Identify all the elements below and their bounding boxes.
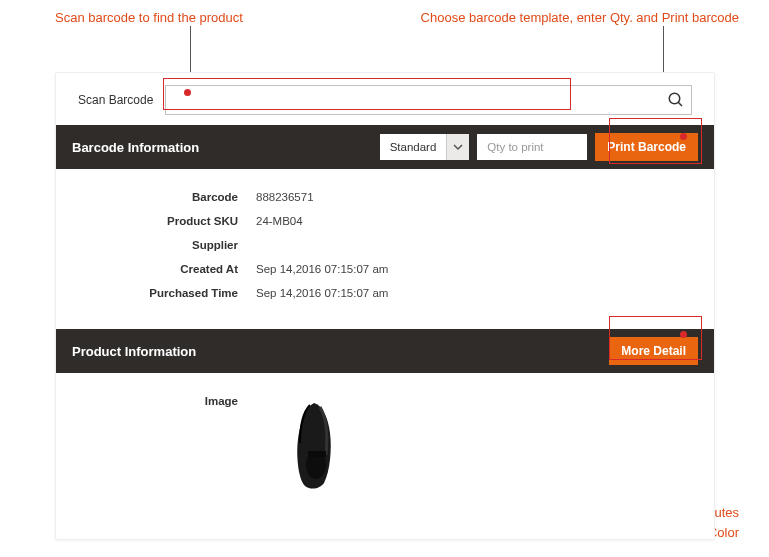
- product-info-header: Product Information More Detail: [56, 329, 714, 373]
- row-value: 888236571: [256, 191, 314, 203]
- product-info-title: Product Information: [72, 344, 196, 359]
- svg-rect-3: [308, 451, 326, 457]
- annotation-scan: Scan barcode to find the product: [55, 10, 243, 25]
- row-value: Sep 14,2016 07:15:07 am: [256, 263, 388, 275]
- pointer-line: [190, 26, 191, 78]
- chevron-down-icon[interactable]: [447, 134, 469, 160]
- template-select[interactable]: Standard: [380, 134, 470, 160]
- row-label: Created At: [56, 263, 256, 275]
- svg-point-0: [669, 93, 680, 104]
- row-value: 24-MB04: [256, 215, 303, 227]
- annotation-template: Choose barcode template, enter Qty. and …: [421, 10, 739, 25]
- row-label: Supplier: [56, 239, 256, 251]
- row-label: Image: [56, 395, 256, 407]
- row-value: [256, 395, 354, 497]
- row-label: Barcode: [56, 191, 256, 203]
- barcode-info-title: Barcode Information: [72, 140, 199, 155]
- main-card: Scan Barcode Barcode Information Standar…: [55, 72, 715, 540]
- search-icon[interactable]: [667, 91, 685, 109]
- product-info-table: Image: [56, 373, 714, 511]
- template-selected: Standard: [380, 134, 448, 160]
- row-label: Purchased Time: [56, 287, 256, 299]
- table-row: Product SKU 24-MB04: [56, 209, 714, 233]
- qty-input[interactable]: [477, 134, 587, 160]
- product-image: [274, 395, 354, 495]
- row-value: Sep 14,2016 07:15:07 am: [256, 287, 388, 299]
- barcode-controls: Standard Print Barcode: [380, 133, 698, 161]
- table-row: Purchased Time Sep 14,2016 07:15:07 am: [56, 281, 714, 305]
- scan-label: Scan Barcode: [78, 93, 153, 107]
- scan-row: Scan Barcode: [56, 73, 714, 125]
- barcode-info-table: Barcode 888236571 Product SKU 24-MB04 Su…: [56, 169, 714, 313]
- scan-input-wrap: [165, 85, 692, 115]
- scan-input[interactable]: [172, 86, 667, 114]
- row-label: Product SKU: [56, 215, 256, 227]
- print-barcode-button[interactable]: Print Barcode: [595, 133, 698, 161]
- table-row: Created At Sep 14,2016 07:15:07 am: [56, 257, 714, 281]
- table-row: Image: [56, 389, 714, 503]
- table-row: Barcode 888236571: [56, 185, 714, 209]
- table-row: Supplier: [56, 233, 714, 257]
- svg-line-1: [678, 102, 682, 106]
- more-detail-button[interactable]: More Detail: [609, 337, 698, 365]
- barcode-info-header: Barcode Information Standard Print Barco…: [56, 125, 714, 169]
